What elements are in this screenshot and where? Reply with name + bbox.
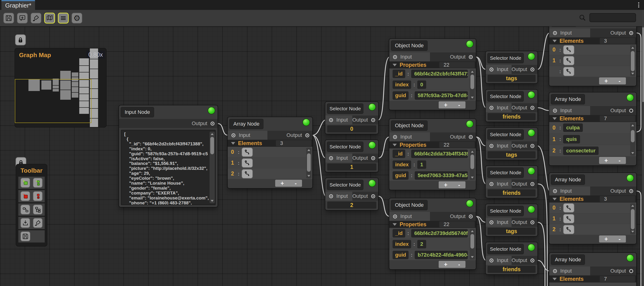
selector-value-field[interactable]: 2 <box>327 202 376 208</box>
output-socket[interactable] <box>371 156 375 160</box>
selector-node[interactable]: Selector Node Input Output tags <box>486 128 538 160</box>
property-value-field[interactable]: 1 <box>417 160 426 169</box>
element-count-field[interactable]: 7 <box>600 116 635 122</box>
add-element-button[interactable]: + <box>604 157 608 164</box>
output-socket[interactable] <box>629 189 633 193</box>
input-socket[interactable] <box>232 133 236 137</box>
remove-property-button[interactable]: - <box>458 102 460 108</box>
add-property-button[interactable]: + <box>444 102 448 108</box>
object-node[interactable]: Object Node Input Output Properties22 _i… <box>389 39 476 110</box>
output-socket[interactable] <box>469 214 473 218</box>
input-socket[interactable] <box>553 189 557 193</box>
element-node-button[interactable] <box>242 169 253 178</box>
property-count-field[interactable]: 22 <box>439 221 475 228</box>
remove-element-button[interactable]: - <box>618 236 620 242</box>
tab-graphier[interactable]: Graphier* <box>2 0 35 10</box>
property-count-field[interactable]: 22 <box>439 142 475 148</box>
element-count-field[interactable]: 3 <box>600 38 635 44</box>
map-toggle-button[interactable] <box>44 13 55 24</box>
save-button[interactable] <box>3 13 14 24</box>
graph-map-panel[interactable]: Graph Map 0.80x <box>15 48 106 127</box>
element-node-button[interactable] <box>563 225 574 234</box>
selector-node[interactable]: Selector Node Input Output 2 <box>325 178 378 210</box>
element-node-button[interactable] <box>563 203 574 212</box>
scrollbar[interactable] <box>306 148 312 178</box>
output-socket[interactable] <box>530 182 534 186</box>
element-value-field[interactable]: culpa <box>563 124 582 132</box>
window-scrollbar-thumb[interactable] <box>642 27 644 102</box>
output-socket[interactable] <box>629 269 633 273</box>
input-socket[interactable] <box>553 31 557 35</box>
collapse-caret-icon[interactable] <box>552 278 557 280</box>
minimap-viewport[interactable] <box>15 79 92 123</box>
input-socket[interactable] <box>490 220 494 224</box>
collapse-caret-icon[interactable] <box>231 142 235 145</box>
output-socket[interactable] <box>371 194 375 198</box>
selector-value-field[interactable]: 1 <box>327 164 376 170</box>
scrollbar[interactable] <box>470 149 475 180</box>
add-property-button[interactable]: + <box>444 261 448 268</box>
selector-value-field[interactable]: 0 <box>327 125 376 132</box>
remove-element-button[interactable]: - <box>618 78 620 84</box>
collapse-caret-icon[interactable] <box>552 198 557 200</box>
input-socket[interactable] <box>553 269 557 273</box>
property-value-field[interactable]: b72c4b22-4fda-4960-9e9 <box>415 251 468 259</box>
selector-node[interactable]: Selector Node Input Output friends <box>486 242 538 274</box>
json-text-editor[interactable]: [ { "_id": "66bf4c2d2cbfcf43ff471388", "… <box>121 130 216 205</box>
scrollbar[interactable] <box>630 204 635 234</box>
output-socket[interactable] <box>530 220 534 224</box>
scrollbar[interactable] <box>630 123 635 156</box>
output-socket[interactable] <box>629 31 633 35</box>
property-value-field[interactable]: 2 <box>417 240 426 248</box>
selector-value-field[interactable]: friends <box>488 266 536 273</box>
selector-value-field[interactable]: tags <box>488 75 536 82</box>
scrollbar[interactable] <box>210 132 215 203</box>
element-value-field[interactable]: quis <box>563 135 580 144</box>
output-socket[interactable] <box>371 118 375 122</box>
input-socket[interactable] <box>393 135 397 139</box>
scrollbar[interactable] <box>470 229 475 260</box>
add-element-button[interactable]: + <box>604 78 608 84</box>
element-node-button[interactable] <box>563 67 574 76</box>
selector-value-field[interactable]: tags <box>488 151 536 158</box>
toolbar-panel[interactable]: Toolbar <box>16 164 47 246</box>
settings-button[interactable]: ⚙ <box>72 13 82 24</box>
output-socket[interactable] <box>210 122 214 126</box>
remove-property-button[interactable]: - <box>458 182 460 188</box>
input-socket[interactable] <box>329 156 333 160</box>
selector-node[interactable]: Selector Node Input Output tags <box>486 51 538 83</box>
selector-node[interactable]: Selector Node Input Output friends <box>486 90 538 122</box>
output-socket[interactable] <box>530 144 534 148</box>
remove-element-button[interactable]: - <box>295 180 296 186</box>
selector-value-field[interactable]: friends <box>488 113 536 120</box>
output-socket[interactable] <box>305 133 309 137</box>
output-socket[interactable] <box>629 109 633 113</box>
input-socket[interactable] <box>393 55 397 59</box>
link-nodes-button[interactable] <box>20 204 30 214</box>
input-socket[interactable] <box>490 68 494 72</box>
collapse-caret-icon[interactable] <box>392 223 397 226</box>
list-toggle-button[interactable] <box>58 13 69 24</box>
add-property-button[interactable]: + <box>444 182 448 188</box>
scrollbar[interactable] <box>630 46 635 76</box>
property-value-field[interactable]: 66bf4c2dda73b4ff3439adc <box>411 150 468 158</box>
element-node-button[interactable] <box>242 148 253 157</box>
selector-node[interactable]: Selector Node Input Output 0 <box>325 102 378 134</box>
input-socket[interactable] <box>490 144 494 148</box>
input-socket[interactable] <box>393 214 397 218</box>
kebab-menu-icon[interactable] <box>636 2 642 8</box>
remove-element-button[interactable]: - <box>618 157 620 164</box>
input-socket[interactable] <box>490 182 494 186</box>
array-node[interactable]: Array Node Input Output Elements7 0 : cu… <box>549 92 636 165</box>
search-input[interactable] <box>590 13 636 22</box>
array-node[interactable]: Array Node Input Output Elements 3 0 : <box>228 117 312 188</box>
property-count-field[interactable]: 22 <box>439 62 475 68</box>
element-count-field[interactable]: 3 <box>276 140 311 146</box>
input-socket[interactable] <box>490 106 494 110</box>
array-node[interactable]: Array Node Input Output Elements7 <box>549 253 636 286</box>
property-value-field[interactable]: 66bf4c2d2cbfcf43ff471388 <box>411 70 468 78</box>
input-socket[interactable] <box>490 258 494 262</box>
remove-property-button[interactable]: - <box>458 261 460 268</box>
input-socket[interactable] <box>329 118 333 122</box>
collapse-caret-icon[interactable] <box>552 117 557 120</box>
